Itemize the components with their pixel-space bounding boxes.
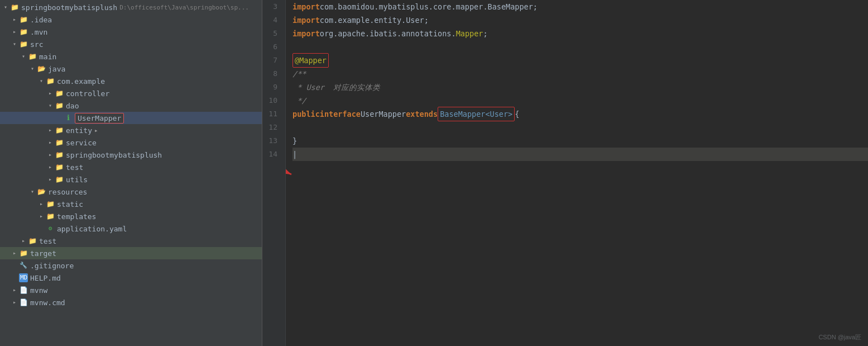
- tree-root[interactable]: 📁 springbootmybatisplush D:\officesoft\J…: [0, 1, 262, 13]
- line-num-5: 5: [262, 27, 281, 40]
- watermark-text: CSDN @java匠: [818, 333, 861, 342]
- target-folder-icon: 📁: [19, 249, 28, 258]
- token: /**: [292, 67, 306, 80]
- token: Mapper: [456, 27, 483, 40]
- root-folder-icon: 📁: [10, 3, 19, 12]
- test-outer-folder-icon: 📁: [28, 236, 37, 245]
- code-editor[interactable]: 3 4 5 6 7 8 9 10 11 12 13 14 import com.…: [262, 0, 868, 346]
- token: public: [292, 107, 320, 121]
- token: * User 对应的实体类: [292, 80, 380, 94]
- line-num-8: 8: [262, 67, 281, 80]
- svg-line-1: [286, 129, 291, 174]
- gitignore-label: .gitignore: [30, 262, 74, 270]
- service-arrow: [47, 139, 54, 146]
- entity-arrow: [47, 127, 54, 134]
- token: ;: [533, 0, 538, 13]
- tree-item-test-outer[interactable]: 📁 test: [0, 235, 262, 247]
- token: com.baomidou.mybatisplus.core.mapper.Bas…: [320, 0, 533, 13]
- tree-item-usermapper[interactable]: ℹ UserMapper: [0, 112, 262, 124]
- main-arrow: [20, 53, 27, 60]
- tree-item-target[interactable]: 📁 target: [0, 247, 262, 259]
- line-numbers-gutter: 3 4 5 6 7 8 9 10 11 12 13 14: [262, 0, 286, 346]
- springboot2-label: springbootmybatisplush: [66, 151, 162, 159]
- tree-item-dao[interactable]: 📁 dao: [0, 99, 262, 112]
- entity-folder-icon: 📁: [55, 126, 64, 135]
- tree-item-idea[interactable]: 📁 .idea: [0, 13, 262, 26]
- src-arrow: [11, 41, 18, 48]
- code-line-6: [292, 40, 868, 54]
- java-arrow: [29, 65, 36, 72]
- resources-arrow: [29, 188, 36, 195]
- mvnw-label: mvnw: [30, 286, 47, 295]
- java-label: java: [48, 65, 65, 73]
- tree-item-com-example[interactable]: 📁 com.example: [0, 75, 262, 87]
- mvnwcmd-label: mvnw.cmd: [30, 298, 65, 307]
- service-folder-icon: 📁: [55, 138, 64, 147]
- static-folder-icon: 📁: [46, 200, 55, 208]
- token: interface: [320, 107, 361, 121]
- token: ;: [483, 27, 487, 40]
- dao-label: dao: [66, 102, 79, 110]
- line-num-6: 6: [262, 40, 281, 54]
- com-example-folder-icon: 📁: [46, 77, 55, 86]
- com-example-label: com.example: [57, 77, 105, 86]
- tree-item-mvn[interactable]: 📁 .mvn: [0, 26, 262, 38]
- token: import: [292, 13, 320, 27]
- line-num-11: 11: [262, 107, 281, 121]
- code-line-13: }: [292, 134, 868, 148]
- token-mapper-annotation: @Mapper: [292, 53, 329, 68]
- tree-item-resources[interactable]: 📂 resources: [0, 186, 262, 198]
- tree-item-gitignore[interactable]: 🔧 .gitignore: [0, 259, 262, 272]
- tree-item-mvnw[interactable]: 📄 mvnw: [0, 284, 262, 296]
- dao-arrow: [47, 102, 54, 109]
- com-example-arrow: [38, 78, 45, 84]
- templates-folder-icon: 📁: [46, 212, 55, 221]
- tree-item-test-inner[interactable]: 📁 test: [0, 161, 262, 173]
- token: import: [292, 0, 320, 13]
- entity-expand-hint: ▸: [94, 127, 98, 134]
- file-tree[interactable]: 📁 springbootmybatisplush D:\officesoft\J…: [0, 0, 262, 346]
- tree-item-main[interactable]: 📁 main: [0, 50, 262, 63]
- tree-item-templates[interactable]: 📁 templates: [0, 210, 262, 222]
- tree-item-entity[interactable]: 📁 entity ▸: [0, 124, 262, 136]
- dao-folder-icon: 📁: [55, 101, 64, 110]
- token: import: [292, 27, 320, 40]
- usermapper-icon: ℹ: [64, 113, 73, 122]
- mvn-arrow: [11, 29, 18, 35]
- line-num-3: 3: [262, 0, 281, 13]
- code-content[interactable]: import com.baomidou.mybatisplus.core.map…: [286, 0, 868, 346]
- tree-item-springboot2[interactable]: 📁 springbootmybatisplush: [0, 149, 262, 161]
- gitignore-icon: 🔧: [19, 261, 28, 270]
- controller-label: controller: [66, 89, 109, 98]
- tree-item-utils[interactable]: 📁 utils: [0, 173, 262, 186]
- mvn-label: .mvn: [30, 28, 47, 36]
- tree-item-static[interactable]: 📁 static: [0, 198, 262, 210]
- tree-item-src[interactable]: 📁 src: [0, 38, 262, 50]
- line-num-13: 13: [262, 134, 281, 148]
- token: extends: [406, 107, 438, 121]
- mvn-folder-icon: 📁: [19, 27, 28, 36]
- mvnwcmd-arrow: [11, 299, 18, 306]
- code-line-8: /**: [292, 67, 868, 80]
- tree-item-helpmd[interactable]: MD HELP.md: [0, 272, 262, 284]
- code-line-5: import org.apache.ibatis.annotations. Ma…: [292, 27, 868, 40]
- line-num-10: 10: [262, 94, 281, 107]
- code-line-11: public interface UserMapper extends Base…: [292, 107, 868, 121]
- main-folder-icon: 📁: [28, 52, 37, 61]
- tree-item-controller[interactable]: 📁 controller: [0, 87, 262, 99]
- token: */: [292, 94, 306, 107]
- token: {: [515, 107, 519, 121]
- tree-item-application-yaml[interactable]: ⚙ application.yaml: [0, 222, 262, 235]
- utils-folder-icon: 📁: [55, 175, 64, 184]
- controller-arrow: [47, 90, 54, 97]
- resources-folder-icon: 📂: [37, 187, 46, 196]
- tree-item-java[interactable]: 📂 java: [0, 63, 262, 75]
- root-arrow: [2, 4, 9, 11]
- src-folder-icon: 📁: [19, 40, 28, 49]
- tree-item-mvnwcmd[interactable]: 📄 mvnw.cmd: [0, 296, 262, 309]
- tree-item-service[interactable]: 📁 service: [0, 136, 262, 149]
- mvnwcmd-icon: 📄: [19, 298, 28, 307]
- mvnw-arrow: [11, 287, 18, 293]
- code-line-14: |: [292, 148, 868, 161]
- static-arrow: [38, 201, 45, 207]
